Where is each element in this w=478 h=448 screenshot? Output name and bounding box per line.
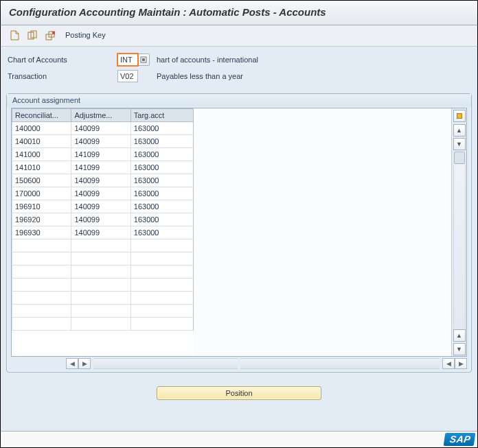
status-bar: SAP bbox=[1, 431, 477, 447]
sap-logo: SAP bbox=[443, 433, 475, 446]
app-toolbar: Posting Key bbox=[1, 25, 477, 47]
table-cell[interactable] bbox=[130, 279, 193, 292]
table-cell[interactable]: 140099 bbox=[71, 187, 130, 200]
table-row[interactable] bbox=[12, 279, 194, 292]
position-row: Position bbox=[6, 386, 472, 400]
table-cell[interactable] bbox=[130, 292, 193, 305]
table-row[interactable] bbox=[12, 318, 194, 331]
svg-rect-7 bbox=[142, 58, 145, 61]
value-help-icon[interactable] bbox=[137, 54, 150, 66]
table-cell[interactable] bbox=[12, 266, 71, 279]
table-cell[interactable]: 140000 bbox=[12, 122, 71, 135]
table-cell[interactable]: 196930 bbox=[12, 226, 71, 239]
table-cell[interactable] bbox=[12, 279, 71, 292]
hscroll-left2-icon[interactable]: ◀ bbox=[442, 358, 455, 369]
new-document-icon[interactable] bbox=[8, 28, 21, 42]
table-cell[interactable] bbox=[12, 239, 71, 252]
table-cell[interactable]: 163000 bbox=[130, 213, 193, 226]
scroll-up2-icon[interactable]: ▲ bbox=[453, 329, 466, 342]
table-cell[interactable] bbox=[71, 292, 130, 305]
scroll-down-icon[interactable]: ▼ bbox=[453, 138, 466, 150]
table-cell[interactable]: 140099 bbox=[71, 213, 130, 226]
table-row[interactable] bbox=[12, 266, 194, 279]
hscroll-track-right[interactable] bbox=[240, 358, 440, 369]
table-cell[interactable] bbox=[12, 252, 71, 266]
table-cell[interactable] bbox=[71, 279, 130, 292]
table-row[interactable]: 170000140099163000 bbox=[12, 187, 194, 200]
panel-title: Account assignment bbox=[7, 94, 471, 106]
table-cell[interactable]: 163000 bbox=[130, 200, 193, 213]
table-cell[interactable]: 163000 bbox=[130, 122, 193, 135]
table-cell[interactable] bbox=[130, 239, 193, 252]
column-header[interactable]: Targ.acct bbox=[130, 109, 193, 122]
table-row[interactable] bbox=[12, 305, 194, 318]
table-cell[interactable] bbox=[12, 292, 71, 305]
page-title: Configuration Accounting Maintain : Auto… bbox=[1, 1, 477, 25]
posting-key-button[interactable]: Posting Key bbox=[65, 31, 106, 39]
table-cell[interactable] bbox=[71, 266, 130, 279]
table-cell[interactable] bbox=[130, 318, 193, 331]
table-cell[interactable] bbox=[71, 239, 130, 252]
table-row[interactable]: 140010140099163000 bbox=[12, 135, 194, 148]
table-cell[interactable]: 196910 bbox=[12, 200, 71, 213]
table-cell[interactable] bbox=[71, 305, 130, 318]
table-cell[interactable]: 140010 bbox=[12, 135, 71, 148]
table-cell[interactable]: 170000 bbox=[12, 187, 71, 200]
table-cell[interactable]: 141010 bbox=[12, 161, 71, 174]
table-cell[interactable] bbox=[12, 318, 71, 331]
chart-of-accounts-row: Chart of Accounts hart of accounts - int… bbox=[6, 52, 472, 67]
scroll-thumb[interactable] bbox=[454, 152, 465, 164]
table-cell[interactable] bbox=[71, 252, 130, 266]
scroll-down2-icon[interactable]: ▼ bbox=[453, 343, 466, 355]
account-table[interactable]: Reconciliat...Adjustme...Targ.acct 14000… bbox=[12, 108, 451, 356]
table-row[interactable]: 141010141099163000 bbox=[12, 161, 194, 174]
table-cell[interactable] bbox=[12, 305, 71, 318]
hscroll-right2-icon[interactable]: ▶ bbox=[455, 358, 467, 369]
table-cell[interactable]: 150600 bbox=[12, 174, 71, 187]
table-row[interactable]: 140000140099163000 bbox=[12, 122, 194, 135]
page-title-text: Configuration Accounting Maintain : Auto… bbox=[9, 6, 326, 18]
delete-icon[interactable] bbox=[43, 28, 57, 42]
table-row[interactable]: 196920140099163000 bbox=[12, 213, 194, 226]
column-header[interactable]: Adjustme... bbox=[71, 109, 130, 122]
scroll-up-icon[interactable]: ▲ bbox=[453, 124, 466, 137]
table-cell[interactable] bbox=[130, 305, 193, 318]
table-cell[interactable]: 163000 bbox=[130, 187, 193, 200]
table-cell[interactable]: 163000 bbox=[130, 174, 193, 187]
table-cell[interactable]: 140099 bbox=[71, 122, 130, 135]
scroll-track[interactable] bbox=[453, 165, 466, 329]
table-cell[interactable] bbox=[71, 318, 130, 331]
account-assignment-panel: Account assignment Reconciliat...Adjustm… bbox=[6, 93, 472, 373]
table-cell[interactable] bbox=[130, 266, 193, 279]
hscroll-track-left[interactable] bbox=[93, 358, 238, 369]
table-row[interactable] bbox=[12, 292, 194, 305]
table-row[interactable]: 141000141099163000 bbox=[12, 148, 194, 161]
table-cell[interactable]: 196920 bbox=[12, 213, 71, 226]
table-cell[interactable]: 140099 bbox=[71, 135, 130, 148]
copy-icon[interactable] bbox=[25, 28, 39, 42]
table-settings-icon[interactable] bbox=[453, 110, 466, 122]
table-row[interactable]: 150600140099163000 bbox=[12, 174, 194, 187]
table-row[interactable]: 196930140099163000 bbox=[12, 226, 194, 239]
table-cell[interactable]: 141000 bbox=[12, 148, 71, 161]
table-cell[interactable]: 141099 bbox=[71, 148, 130, 161]
table-cell[interactable]: 140099 bbox=[71, 226, 130, 239]
column-header[interactable]: Reconciliat... bbox=[12, 109, 71, 122]
chart-of-accounts-input[interactable] bbox=[117, 54, 138, 66]
table-cell[interactable] bbox=[130, 252, 193, 266]
table-cell[interactable]: 163000 bbox=[130, 226, 193, 239]
table-cell[interactable]: 163000 bbox=[130, 148, 193, 161]
position-button-label: Position bbox=[225, 389, 252, 397]
table-row[interactable]: 196910140099163000 bbox=[12, 200, 194, 213]
table-cell[interactable]: 140099 bbox=[71, 174, 130, 187]
table-row[interactable] bbox=[12, 252, 194, 266]
grid-empty-area bbox=[194, 108, 451, 356]
table-cell[interactable]: 163000 bbox=[130, 161, 193, 174]
table-cell[interactable]: 140099 bbox=[71, 200, 130, 213]
table-row[interactable] bbox=[12, 239, 194, 252]
position-button[interactable]: Position bbox=[157, 386, 321, 400]
table-cell[interactable]: 163000 bbox=[130, 135, 193, 148]
hscroll-left-icon[interactable]: ◀ bbox=[66, 358, 78, 369]
table-cell[interactable]: 141099 bbox=[71, 161, 130, 174]
hscroll-right-icon[interactable]: ▶ bbox=[78, 358, 91, 369]
